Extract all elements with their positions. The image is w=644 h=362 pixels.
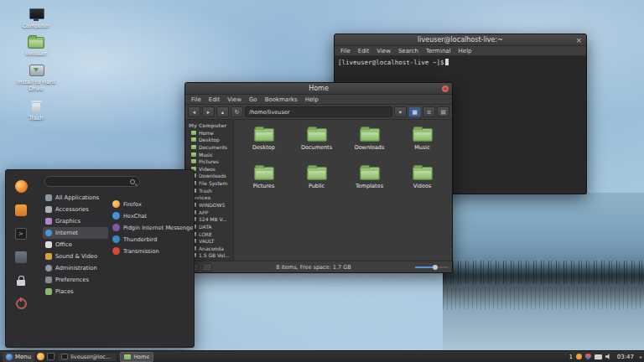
category-all-applications[interactable]: All Applications (43, 192, 108, 204)
category-internet[interactable]: Internet (43, 227, 108, 239)
folder-icon (360, 128, 380, 142)
tray-collapse-icon[interactable]: ◂ (639, 354, 641, 359)
desktop-icon-install[interactable]: Install to Hard Drive (10, 65, 62, 92)
files-icon[interactable] (14, 250, 29, 264)
zoom-slider-knob[interactable] (433, 265, 438, 270)
app-item-thunderbird[interactable]: Thunderbird (111, 234, 193, 245)
menu-file[interactable]: File (191, 96, 201, 103)
compact-view-toggle[interactable]: ▤ (437, 106, 449, 117)
zoom-slider[interactable] (415, 263, 449, 272)
update-notifier-icon[interactable] (576, 354, 582, 359)
sidebar-item-documents[interactable]: Documents (185, 143, 233, 151)
terminal-launcher-icon[interactable] (47, 353, 55, 360)
status-text: 8 items, Free space: 1.7 GB (216, 264, 412, 271)
desktop-icon-computer[interactable]: Computer (10, 8, 62, 29)
category-places[interactable]: Places (43, 286, 108, 297)
taskbar-window-terminal[interactable]: liveuser@localh... (57, 352, 117, 362)
folder-item-desktop[interactable]: Desktop (239, 128, 289, 167)
file-manager-toolbar: ◂ ▸ ▴ ↻ ▾ ▦ ≡ ▤ (185, 105, 452, 120)
firefox-icon[interactable] (14, 179, 29, 194)
home-folder-icon (28, 37, 44, 49)
location-dropdown-icon[interactable]: ▾ (394, 106, 407, 117)
folder-icon (413, 128, 433, 142)
category-graphics[interactable]: Graphics (43, 215, 108, 227)
folder-icon (254, 128, 274, 142)
firefox-launcher-icon[interactable] (37, 353, 44, 360)
menu-file[interactable]: File (340, 48, 351, 54)
folder-item-templates[interactable]: Templates (345, 167, 395, 205)
software-icon[interactable] (14, 203, 29, 217)
keyboard-layout-icon[interactable] (595, 354, 602, 359)
volume-icon[interactable] (605, 354, 612, 360)
list-view-toggle[interactable]: ≡ (423, 106, 435, 117)
folder-item-public[interactable]: Public (292, 167, 342, 205)
show-treeview-button[interactable] (202, 263, 212, 272)
app-item-transmission[interactable]: Transmission (111, 246, 193, 256)
menu-edit[interactable]: Edit (209, 96, 221, 103)
menu-view[interactable]: View (377, 48, 391, 54)
file-manager-body: My Computer Home Desktop Documents Music… (185, 120, 452, 261)
computer-icon (29, 8, 44, 21)
menu-go[interactable]: Go (249, 96, 257, 103)
menu-view[interactable]: View (227, 96, 242, 103)
app-item-pidgin[interactable]: Pidgin Internet Messenger (111, 222, 193, 233)
refresh-button[interactable]: ↻ (231, 106, 243, 117)
menu-edit[interactable]: Edit (358, 48, 370, 54)
folder-item-videos[interactable]: Videos (397, 167, 448, 205)
desktop-icon-trash[interactable]: Trash (10, 101, 62, 122)
desktop-icons: Computer liveuser Install to Hard Drive … (10, 8, 62, 122)
application-menu: > All Applications Accessories Graphics … (5, 169, 195, 348)
sidebar-item-desktop[interactable]: Desktop (185, 137, 233, 144)
menu-search-box[interactable] (44, 176, 140, 187)
category-accessories[interactable]: Accessories (43, 204, 108, 215)
terminal-icon[interactable]: > (14, 226, 29, 240)
app-item-hexchat[interactable]: HexChat (111, 210, 193, 221)
menu-help[interactable]: Help (459, 48, 472, 54)
close-button[interactable]: × (442, 85, 449, 92)
notification-count[interactable]: 1 (569, 354, 573, 360)
folder-view[interactable]: Desktop Documents Downloads Music Pictur… (234, 120, 452, 261)
folder-item-pictures[interactable]: Pictures (239, 167, 289, 205)
category-sound-video[interactable]: Sound & Video (43, 251, 108, 262)
system-tray: 1 03:47 ◂ (569, 354, 641, 360)
taskbar-window-home[interactable]: Home (120, 352, 153, 362)
clock[interactable]: 03:47 (615, 354, 636, 360)
folder-item-downloads[interactable]: Downloads (345, 128, 395, 167)
folder-item-documents[interactable]: Documents (292, 128, 342, 167)
folder-icon (413, 167, 433, 180)
sidebar-item-music[interactable]: Music (185, 151, 233, 158)
forward-button[interactable]: ▸ (202, 106, 215, 117)
file-manager-window: Home × File Edit View Go Bookmarks Help … (184, 82, 453, 273)
icon-view-toggle[interactable]: ▦ (408, 106, 421, 117)
app-item-firefox[interactable]: Firefox (111, 199, 193, 209)
shutdown-icon[interactable] (14, 297, 29, 311)
menu-search[interactable]: Search (398, 48, 418, 54)
search-input[interactable] (49, 178, 130, 185)
menu-terminal[interactable]: Terminal (426, 48, 451, 54)
terminal-menubar: File Edit View Search Terminal Help (335, 46, 586, 56)
category-preferences[interactable]: Preferences (43, 274, 108, 286)
menu-bookmarks[interactable]: Bookmarks (265, 96, 298, 103)
file-manager-titlebar[interactable]: Home × (185, 83, 452, 95)
favorites-column: > (10, 179, 32, 311)
menu-button[interactable]: Menu (3, 352, 34, 362)
desktop-icon-home[interactable]: liveuser (10, 37, 62, 57)
trash-icon (31, 101, 42, 113)
location-bar[interactable] (245, 106, 392, 117)
security-tray-icon[interactable] (585, 354, 591, 360)
lock-screen-icon[interactable] (14, 273, 29, 287)
sidebar-item-pictures[interactable]: Pictures (185, 158, 233, 165)
folder-icon (307, 167, 327, 180)
up-button[interactable]: ▴ (216, 106, 229, 117)
back-button[interactable]: ◂ (188, 106, 200, 117)
close-icon[interactable]: × (575, 35, 582, 45)
menu-help[interactable]: Help (305, 96, 319, 103)
sidebar-item-home[interactable]: Home (185, 129, 233, 137)
category-administration[interactable]: Administration (43, 262, 108, 274)
globe-icon (45, 230, 52, 236)
category-office[interactable]: Office (43, 239, 108, 251)
install-drive-icon (29, 65, 43, 77)
terminal-titlebar[interactable]: liveuser@localhost-live:~ × (335, 34, 586, 46)
folder-item-music[interactable]: Music (397, 128, 448, 167)
desktop-icon-label: Trash (29, 115, 43, 122)
